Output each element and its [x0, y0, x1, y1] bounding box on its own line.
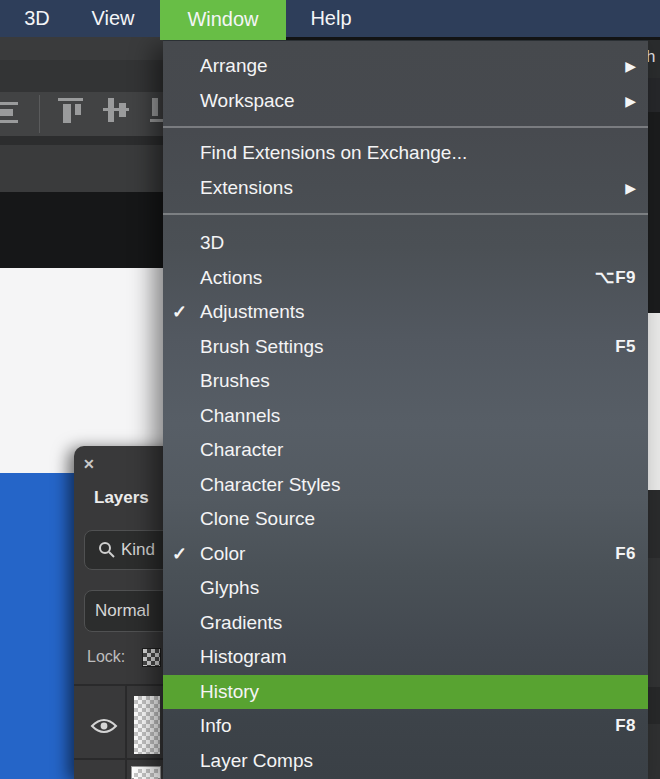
clipped-right-panel: h — [646, 40, 660, 78]
filter-kind-value: Kind — [121, 540, 155, 560]
menu-item-label: Color — [200, 543, 615, 565]
menu-item-label: Extensions — [200, 177, 617, 199]
menu-item-label: Adjustments — [200, 301, 636, 323]
menu-item-histogram[interactable]: Histogram — [163, 640, 648, 675]
canvas-white-area — [0, 268, 163, 473]
menu-item-channels[interactable]: Channels — [163, 399, 648, 434]
menu-item-label: Character Styles — [200, 474, 636, 496]
blend-mode-value: Normal — [95, 601, 150, 621]
menu-section-arrange: Arrange▶Workspace▶ — [163, 41, 648, 118]
menubar-item-help[interactable]: Help — [298, 0, 364, 37]
menu-item-label: Channels — [200, 405, 636, 427]
photoshop-window: (Rectangle 2, RG h ✕ Layers Kind Normal … — [0, 0, 660, 779]
menu-item-layer-comps[interactable]: Layer Comps — [163, 744, 648, 779]
menu-item-info[interactable]: InfoF8 — [163, 709, 648, 744]
menu-item-label: Histogram — [200, 646, 636, 668]
menu-item-arrange[interactable]: Arrange▶ — [163, 49, 648, 84]
search-icon — [98, 541, 116, 559]
menu-item-label: Arrange — [200, 55, 617, 77]
menubar-item-view[interactable]: View — [78, 0, 148, 37]
lock-transparency-icon[interactable] — [142, 648, 161, 667]
menu-item-workspace[interactable]: Workspace▶ — [163, 84, 648, 119]
checkmark-icon: ✓ — [163, 301, 200, 323]
options-bar — [0, 92, 163, 136]
menu-item-label: Glyphs — [200, 577, 636, 599]
clipped-right-band-3 — [646, 490, 660, 558]
layers-panel-title: Layers — [94, 488, 149, 508]
shortcut-label: F6 — [615, 544, 636, 564]
clipped-right-band-2 — [646, 112, 660, 313]
lock-label: Lock: — [87, 648, 125, 666]
menu-item-history[interactable]: History — [163, 675, 648, 710]
clipped-right-band-6 — [646, 724, 660, 779]
close-icon[interactable]: ✕ — [83, 456, 95, 472]
menu-item-label: Clone Source — [200, 508, 636, 530]
menu-item-adjustments[interactable]: ✓Adjustments — [163, 295, 648, 330]
menu-bar: 3D View Window Help — [0, 0, 660, 37]
clipped-right-band-5 — [646, 687, 660, 724]
submenu-arrow-icon: ▶ — [625, 180, 636, 196]
menu-item-glyphs[interactable]: Glyphs — [163, 571, 648, 606]
menu-item-3d[interactable]: 3D — [163, 226, 648, 261]
menu-separator — [163, 213, 648, 215]
menu-item-actions[interactable]: Actions⌥F9 — [163, 261, 648, 296]
pasteboard — [0, 192, 163, 268]
menu-section-extensions: Find Extensions on Exchange...Extensions… — [163, 136, 648, 205]
layer-thumbnail-selected[interactable] — [131, 766, 161, 779]
shortcut-label: F5 — [615, 337, 636, 357]
tab-bar-seam — [0, 136, 163, 145]
clipped-right-band-1 — [646, 78, 660, 112]
menu-item-character-styles[interactable]: Character Styles — [163, 468, 648, 503]
checkmark-icon: ✓ — [163, 543, 200, 565]
menu-item-character[interactable]: Character — [163, 433, 648, 468]
menu-item-label: Find Extensions on Exchange... — [200, 142, 636, 164]
menu-item-find-extensions-on-exchange[interactable]: Find Extensions on Exchange... — [163, 136, 648, 171]
menu-item-label: 3D — [200, 232, 636, 254]
menu-item-brush-settings[interactable]: Brush SettingsF5 — [163, 330, 648, 365]
shortcut-label: ⌥F9 — [595, 267, 636, 288]
menu-item-label: Workspace — [200, 90, 617, 112]
menu-item-clone-source[interactable]: Clone Source — [163, 502, 648, 537]
clipped-right-band-4 — [646, 558, 660, 687]
submenu-arrow-icon: ▶ — [625, 93, 636, 109]
menu-item-extensions[interactable]: Extensions▶ — [163, 171, 648, 206]
menu-item-gradients[interactable]: Gradients — [163, 606, 648, 641]
menu-item-label: Layer Comps — [200, 750, 636, 772]
submenu-arrow-icon: ▶ — [625, 58, 636, 74]
layer-list-column-divider — [125, 686, 127, 779]
menu-item-label: History — [200, 681, 636, 703]
menubar-item-window[interactable]: Window — [160, 0, 286, 40]
menu-item-label: Brush Settings — [200, 336, 615, 358]
menu-item-label: Character — [200, 439, 636, 461]
menu-item-label: Brushes — [200, 370, 636, 392]
menubar-item-3d[interactable]: 3D — [14, 0, 60, 37]
menu-item-color[interactable]: ✓ColorF6 — [163, 537, 648, 572]
menu-item-label: Info — [200, 715, 615, 737]
shortcut-label: F8 — [615, 716, 636, 736]
eye-visibility-icon[interactable] — [90, 717, 118, 735]
menu-item-label: Gradients — [200, 612, 636, 634]
clipped-right-white-panel — [646, 313, 660, 490]
document-tab[interactable]: (Rectangle 2, RG — [0, 145, 163, 192]
options-divider — [39, 95, 40, 133]
window-menu-dropdown: Arrange▶Workspace▶ Find Extensions on Ex… — [163, 40, 648, 779]
toolbar-upper-strip — [0, 37, 163, 60]
menu-section-panels: 3DActions⌥F9✓AdjustmentsBrush SettingsF5… — [163, 223, 648, 778]
toolbar-gap-strip — [0, 60, 163, 92]
menu-item-label: Actions — [200, 267, 595, 289]
layer-thumbnail[interactable] — [134, 696, 160, 754]
menu-separator — [163, 126, 648, 128]
menu-item-brushes[interactable]: Brushes — [163, 364, 648, 399]
